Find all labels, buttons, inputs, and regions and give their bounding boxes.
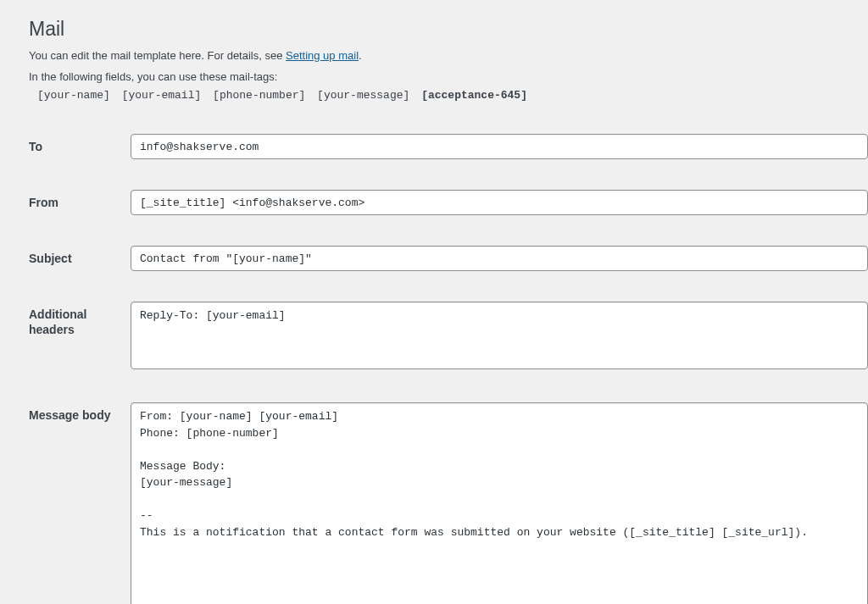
mail-settings-panel: Mail You can edit the mail template here…	[0, 0, 868, 604]
mailtag-your-message: [your-message]	[317, 89, 409, 102]
label-from: From	[29, 181, 131, 237]
row-to: To	[29, 125, 868, 181]
input-from[interactable]	[131, 190, 868, 215]
setting-up-mail-link[interactable]: Setting up mail	[286, 49, 359, 62]
label-to: To	[29, 125, 131, 181]
mailtag-your-email: [your-email]	[122, 89, 202, 102]
row-from: From	[29, 181, 868, 237]
section-description: You can edit the mail template here. For…	[29, 47, 868, 65]
mailtag-acceptance: [acceptance-645]	[421, 89, 527, 102]
row-subject: Subject	[29, 237, 868, 293]
input-subject[interactable]	[131, 246, 868, 271]
desc-prefix: You can edit the mail template here. For…	[29, 49, 286, 62]
mail-form-table: To From Subject Additional headers Messa…	[29, 125, 868, 604]
row-headers: Additional headers	[29, 293, 868, 394]
section-title: Mail	[29, 17, 868, 42]
textarea-body[interactable]	[131, 402, 868, 604]
row-body: Message body	[29, 394, 868, 604]
label-subject: Subject	[29, 237, 131, 293]
label-body: Message body	[29, 394, 131, 604]
input-to[interactable]	[131, 134, 868, 159]
mailtag-your-name: [your-name]	[37, 89, 110, 102]
desc-suffix: .	[359, 49, 362, 62]
mailtags-intro: In the following fields, you can use the…	[29, 69, 868, 86]
textarea-headers[interactable]	[131, 302, 868, 369]
mailtags-list: [your-name] [your-email] [phone-number] …	[37, 87, 868, 105]
mailtag-phone-number: [phone-number]	[213, 89, 305, 102]
label-headers: Additional headers	[29, 293, 131, 394]
